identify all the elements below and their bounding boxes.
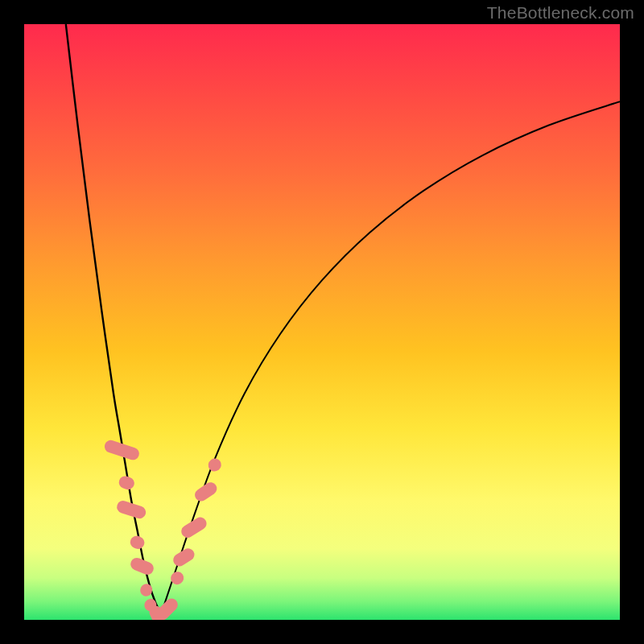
data-marker <box>171 546 196 568</box>
curve-left-branch <box>66 24 161 614</box>
chart-frame: TheBottleneck.com <box>0 0 644 644</box>
chart-plot-area <box>24 24 620 620</box>
curve-right-branch <box>161 101 620 613</box>
curve-group <box>66 24 620 614</box>
data-marker <box>129 534 147 551</box>
marker-group <box>103 439 224 620</box>
data-marker <box>179 515 208 540</box>
data-marker <box>206 456 224 474</box>
watermark-text: TheBottleneck.com <box>487 3 634 23</box>
chart-svg <box>24 24 620 620</box>
data-marker <box>118 474 136 491</box>
